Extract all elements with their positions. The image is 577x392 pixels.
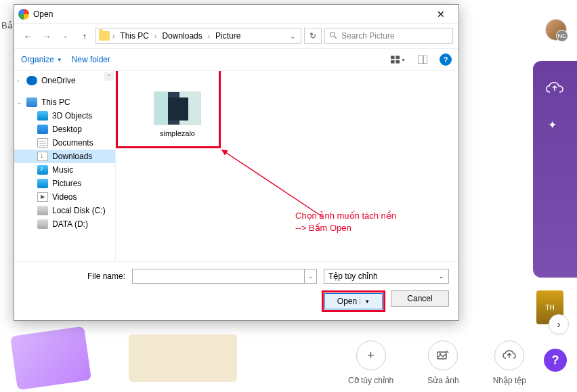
filename-label: File name:: [87, 271, 125, 281]
path-segment[interactable]: This PC: [117, 30, 152, 42]
svg-rect-5: [396, 56, 400, 59]
sidebar-item-desktop[interactable]: Desktop: [14, 123, 115, 136]
chevron-icon: ⌄: [17, 99, 22, 106]
tree-label: Downloads: [52, 152, 92, 161]
toolbar: Organize▼ New folder ▼ ?: [14, 48, 458, 71]
pics-icon: [37, 179, 48, 188]
filename-dropdown[interactable]: ⌄: [305, 269, 317, 284]
action-custom-size[interactable]: + Cỡ tùy chỉnh: [348, 341, 393, 385]
cloud-upload-icon[interactable]: [545, 81, 564, 97]
open-button[interactable]: Open▼: [324, 293, 383, 309]
tree-label: DATA (D:): [52, 219, 88, 229]
svg-rect-7: [396, 60, 400, 64]
tree-label: OneDrive: [41, 76, 76, 85]
edit-icon: [428, 341, 458, 370]
search-icon: [329, 31, 337, 41]
forward-button[interactable]: →: [39, 28, 55, 44]
downloads-icon: [37, 152, 48, 161]
svg-line-3: [335, 37, 337, 39]
bg-thumb: [10, 326, 91, 391]
sidebar-item-videos[interactable]: Videos: [14, 190, 115, 204]
action-label: Cỡ tùy chỉnh: [348, 376, 393, 385]
folder-icon: [99, 31, 110, 41]
tree-label: Music: [52, 165, 73, 175]
cancel-button[interactable]: Cancel: [391, 290, 449, 307]
sparkle-icon: ✦: [548, 118, 557, 131]
recent-dropdown[interactable]: ⌄: [58, 28, 74, 44]
tree-label: Pictures: [52, 179, 81, 188]
action-label: Nhập tệp: [493, 376, 526, 385]
titlebar: Open ✕: [14, 5, 458, 24]
up-button[interactable]: ↑: [77, 28, 93, 44]
sidebar-item-documents[interactable]: Documents: [14, 136, 115, 150]
sidebar-item-onedrive[interactable]: ›OneDrive: [14, 74, 115, 87]
tree-label: Desktop: [52, 125, 82, 134]
music-icon: [37, 165, 48, 175]
videos-icon: [37, 192, 48, 202]
disk-icon: [37, 206, 48, 215]
sidebar-item-downloads[interactable]: Downloads: [14, 150, 115, 163]
search-placeholder: Search Picture: [341, 31, 395, 41]
file-thumbnail: [154, 91, 201, 125]
body: ⌃ ›OneDrive⌄This PC3D ObjectsDesktopDocu…: [14, 71, 458, 261]
disk-icon: [37, 219, 48, 229]
dialog-title: Open: [33, 9, 427, 19]
side-panel: ✦: [533, 61, 577, 278]
sidebar: ⌃ ›OneDrive⌄This PC3D ObjectsDesktopDocu…: [14, 71, 116, 261]
preview-pane-button[interactable]: [415, 52, 430, 67]
upload-icon: [494, 341, 524, 370]
action-edit-image[interactable]: Sửa ảnh: [427, 341, 458, 385]
avatar[interactable]: NC: [545, 19, 567, 41]
close-button[interactable]: ✕: [427, 5, 454, 24]
tree-label: Local Disk (C:): [52, 206, 106, 215]
chrome-icon: [18, 9, 29, 20]
tree-label: This PC: [41, 97, 70, 107]
sidebar-item-this-pc[interactable]: ⌄This PC: [14, 95, 115, 109]
refresh-button[interactable]: ↻: [304, 28, 322, 44]
file-list[interactable]: simplezalo Chọn ảnh muốn tách nền --> Bấ…: [116, 71, 458, 261]
svg-line-10: [221, 150, 322, 217]
back-button[interactable]: ←: [20, 28, 36, 44]
sidebar-item-pictures[interactable]: Pictures: [14, 177, 115, 190]
pc-icon: [26, 97, 37, 107]
chevron-icon: ›: [17, 77, 19, 84]
search-box[interactable]: Search Picture: [324, 28, 453, 44]
plus-icon: +: [356, 341, 386, 370]
path-segment[interactable]: Picture: [213, 30, 243, 42]
view-icons-button[interactable]: ▼: [391, 52, 406, 67]
3d-icon: [37, 111, 48, 121]
tree-label: Videos: [52, 192, 77, 202]
filename-input[interactable]: [132, 269, 305, 284]
docs-icon: [37, 138, 48, 148]
bg-actions: + Cỡ tùy chỉnh Sửa ảnh Nhập tệp: [348, 341, 526, 385]
path-separator: ›: [208, 32, 210, 40]
sidebar-item-data-d-[interactable]: DATA (D:): [14, 217, 115, 231]
sidebar-item-3d-objects[interactable]: 3D Objects: [14, 109, 115, 123]
tree-label: 3D Objects: [52, 111, 92, 121]
annotation-open-highlight: Open▼: [322, 290, 385, 312]
bg-text: Bả: [1, 20, 13, 30]
sidebar-item-music[interactable]: Music: [14, 163, 115, 177]
action-label: Sửa ảnh: [427, 376, 458, 385]
path-segment[interactable]: Downloads: [159, 30, 205, 42]
svg-rect-4: [391, 56, 395, 59]
path-box[interactable]: › This PC › Downloads › Picture ⌄: [95, 28, 301, 44]
svg-point-2: [330, 32, 335, 37]
avatar-badge: NC: [556, 30, 568, 42]
path-dropdown[interactable]: ⌄: [287, 32, 298, 40]
svg-rect-6: [391, 60, 395, 64]
action-import-file[interactable]: Nhập tệp: [493, 341, 526, 385]
bg-thumb2: [129, 334, 237, 382]
open-dialog: Open ✕ ← → ⌄ ↑ › This PC › Downloads › P…: [14, 4, 459, 321]
path-separator: ›: [112, 32, 114, 40]
footer: File name: ⌄ Tệp tùy chỉnh⌄ Open▼ Cancel: [14, 261, 458, 320]
annotation-arrow: [217, 146, 326, 220]
svg-rect-8: [418, 56, 427, 64]
path-separator: ›: [154, 32, 156, 40]
new-folder-button[interactable]: New folder: [72, 55, 110, 64]
sidebar-item-local-disk-c-[interactable]: Local Disk (C:): [14, 204, 115, 217]
help-button[interactable]: ?: [440, 53, 452, 66]
filetype-select[interactable]: Tệp tùy chỉnh⌄: [324, 269, 449, 284]
onedrive-icon: [26, 76, 37, 85]
organize-menu[interactable]: Organize▼: [21, 55, 62, 64]
